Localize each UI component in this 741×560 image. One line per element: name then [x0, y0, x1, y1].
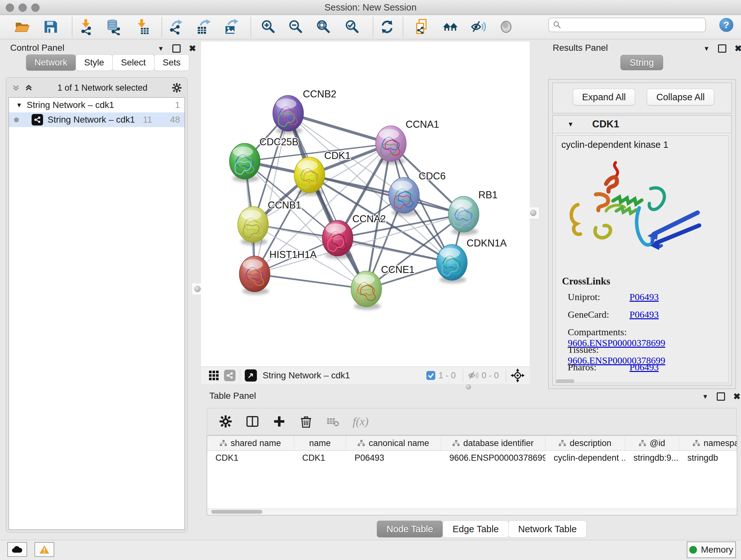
tab-style[interactable]: Style [76, 54, 113, 71]
panel-collapse-icon[interactable]: ▼ [702, 393, 709, 400]
selected-checkbox-icon[interactable] [426, 370, 436, 381]
panel-collapse-icon[interactable]: ▼ [158, 45, 164, 52]
tab-select[interactable]: Select [112, 54, 154, 71]
current-network-title: String Network – cdk1 [263, 370, 350, 381]
crosslink-uniprot[interactable]: P06493 [630, 292, 659, 302]
table-hscrollbar-thumb[interactable] [211, 510, 262, 514]
gene-section-header[interactable]: ▼ CDK1 [553, 116, 731, 133]
zoom-fit-icon[interactable] [314, 17, 333, 36]
export-network-icon[interactable] [166, 17, 185, 36]
gene-details: cyclin-dependent kinase 1 [555, 135, 729, 383]
export-image-icon[interactable] [222, 17, 240, 36]
control-panel-title: Control Panel [10, 43, 64, 53]
panel-float-icon[interactable] [717, 392, 725, 401]
panel-close-icon[interactable]: ✖ [735, 44, 741, 54]
column-header[interactable]: @id [625, 436, 679, 450]
toolbar-separator [72, 17, 72, 37]
panel-close-icon[interactable]: ✖ [189, 44, 196, 54]
panel-close-icon[interactable]: ✖ [733, 391, 741, 401]
cloud-button[interactable] [7, 542, 27, 557]
network-collection-row[interactable]: ▼ String Network – cdk1 1 [9, 98, 185, 112]
save-session-icon[interactable] [41, 17, 60, 36]
window-minimize-button[interactable] [18, 3, 27, 12]
search-input[interactable] [562, 20, 701, 30]
current-network-dot [14, 118, 19, 122]
window-close-button[interactable] [6, 3, 14, 12]
gene-description: cyclin-dependent kinase 1 [561, 139, 668, 150]
search-box[interactable] [548, 17, 706, 32]
network-row-selected[interactable]: String Network – cdk1 11 48 [9, 112, 185, 127]
svg-text:CCNE1: CCNE1 [381, 264, 414, 275]
memory-label: Memory [701, 545, 733, 555]
table-row[interactable]: CDK1 CDK1 P06493 9606.ENSP00000378699 cy… [207, 451, 737, 465]
svg-text:RB1: RB1 [478, 189, 497, 200]
import-network-icon[interactable] [77, 17, 96, 36]
network-label: String Network – cdk1 [48, 115, 135, 125]
tab-sets[interactable]: Sets [154, 54, 189, 71]
birds-eye-view-icon[interactable] [245, 369, 257, 381]
collapse-all-button[interactable]: Collapse All [647, 89, 714, 105]
control-panel: Control Panel ▼ ✖ Network Style Select S… [4, 42, 191, 535]
string-network-icon [31, 114, 43, 125]
collapse-all-icon[interactable] [11, 83, 21, 92]
panel-float-icon[interactable] [172, 44, 181, 53]
column-header[interactable]: namespace [679, 436, 737, 450]
collection-count: 1 [175, 100, 180, 110]
zoom-out-icon[interactable] [286, 17, 305, 36]
toolbar-separator [161, 17, 162, 37]
results-panel: Results Panel ▼ ✖ String Expand All Coll… [544, 42, 741, 391]
bottom-splitter-handle[interactable] [464, 384, 473, 389]
split-columns-icon[interactable] [246, 415, 259, 428]
open-session-icon[interactable] [13, 17, 31, 36]
results-hscrollbar-thumb[interactable] [556, 379, 575, 383]
panel-float-icon[interactable] [718, 44, 726, 53]
zoom-selected-icon[interactable] [343, 17, 361, 36]
zoom-in-icon[interactable] [259, 17, 277, 36]
import-table-icon[interactable] [133, 17, 151, 36]
tab-string[interactable]: String [620, 55, 663, 70]
hidden-eye-icon [468, 370, 479, 381]
gear-icon[interactable] [172, 82, 182, 93]
import-database-icon[interactable] [104, 17, 123, 36]
refresh-icon[interactable] [378, 17, 396, 36]
network-share-icon[interactable] [224, 370, 235, 381]
section-expander-icon[interactable]: ▼ [567, 121, 574, 128]
crosslink-genecard[interactable]: P06493 [630, 309, 659, 320]
selected-count: 1 - 0 [439, 371, 456, 381]
table-gear-icon[interactable] [219, 415, 232, 428]
column-header[interactable]: name [294, 436, 346, 450]
expand-all-icon[interactable] [24, 83, 33, 92]
column-header[interactable]: database identifier [441, 436, 545, 450]
tab-edge-table[interactable]: Edge Table [443, 520, 509, 538]
panel-collapse-icon[interactable]: ▼ [703, 45, 710, 52]
window-zoom-button[interactable] [31, 3, 40, 12]
expand-all-button[interactable]: Expand All [573, 89, 635, 105]
table-hscrollbar[interactable] [207, 509, 737, 515]
add-column-icon[interactable] [272, 415, 286, 428]
delete-table-icon [326, 415, 340, 428]
svg-text:CCNB2: CCNB2 [303, 88, 336, 100]
duplicate-page-icon[interactable] [413, 17, 431, 36]
warning-button[interactable] [35, 542, 54, 557]
column-header[interactable]: canonical name [346, 436, 441, 450]
network-canvas[interactable]: CCNB2CCNA1CDC25BCDK1CDC6RB1CCNB1CCNA2CDK… [201, 42, 530, 367]
node-table[interactable]: shared name name canonical name database… [207, 435, 737, 515]
grid-view-icon[interactable] [208, 370, 219, 381]
home-icon[interactable] [441, 17, 460, 36]
column-header[interactable]: description [545, 436, 625, 450]
tree-expander-icon[interactable]: ▼ [16, 102, 22, 109]
edge-count: 48 [170, 115, 180, 125]
delete-column-icon[interactable] [299, 415, 313, 428]
memory-button[interactable]: Memory [687, 542, 736, 558]
export-table-icon[interactable] [194, 17, 212, 36]
tab-network[interactable]: Network [26, 54, 76, 71]
crosslink-pharos[interactable]: P06493 [630, 362, 659, 372]
tab-network-table[interactable]: Network Table [509, 520, 587, 538]
fit-selected-crosshair-icon[interactable] [511, 368, 525, 382]
column-header[interactable]: shared name [207, 436, 294, 450]
help-button[interactable]: ? [719, 18, 733, 32]
string-network-graph[interactable]: CCNB2CCNA1CDC25BCDK1CDC6RB1CCNB1CCNA2CDK… [201, 42, 530, 367]
tab-node-table[interactable]: Node Table [377, 520, 443, 538]
show-all-icon[interactable] [497, 17, 515, 36]
hide-selected-icon[interactable] [469, 17, 488, 36]
